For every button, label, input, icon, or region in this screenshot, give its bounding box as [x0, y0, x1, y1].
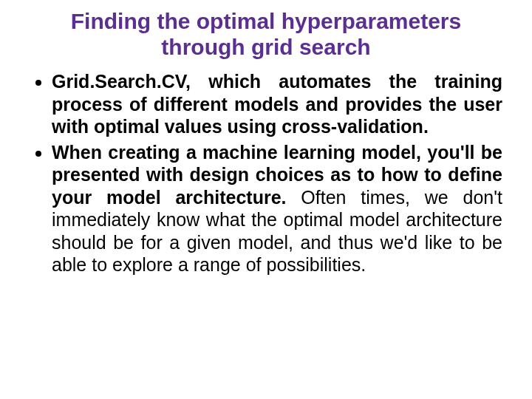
bullet-list: Grid.Search.CV, which automates the trai… — [30, 70, 502, 276]
bullet-bold: Grid.Search.CV, which automates the trai… — [52, 71, 502, 137]
slide-title: Finding the optimal hyperparameters thro… — [30, 9, 502, 60]
slide: Finding the optimal hyperparameters thro… — [0, 0, 532, 399]
list-item: Grid.Search.CV, which automates the trai… — [52, 70, 502, 138]
list-item: When creating a machine learning model, … — [52, 141, 502, 276]
